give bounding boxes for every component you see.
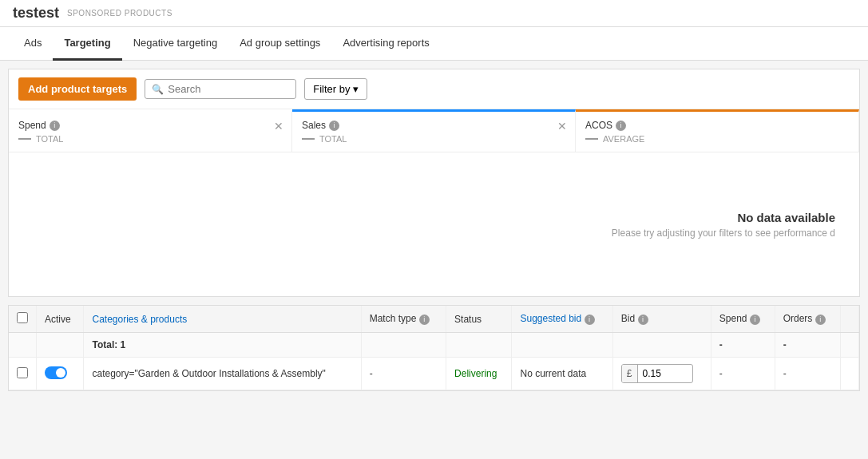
suggested-bid-info-icon[interactable]: i	[585, 315, 595, 325]
add-product-targets-button[interactable]: Add product targets	[18, 77, 137, 101]
no-data-section: No data available Please try adjusting y…	[612, 211, 843, 239]
top-bar: testest SPONSORED PRODUCTS	[0, 0, 868, 27]
total-bid-cell	[612, 333, 711, 358]
filter-by-label: Filter by	[313, 83, 350, 95]
metrics-row: Spend i ✕ TOTAL Sales i ✕ TOTAL ACOS	[9, 109, 859, 152]
th-active: Active	[37, 306, 84, 333]
row-status-cell: Delivering	[446, 358, 512, 390]
bid-input[interactable]	[638, 365, 682, 382]
nav-item-ad-group-settings[interactable]: Ad group settings	[228, 27, 331, 61]
metric-acos-total: AVERAGE	[585, 134, 849, 144]
match-type-info-icon[interactable]: i	[419, 315, 430, 325]
row-select-checkbox[interactable]	[17, 367, 28, 378]
th-match-type: Match type i	[361, 306, 446, 333]
no-data-title: No data available	[612, 211, 835, 224]
spend-dash	[18, 138, 31, 140]
total-active-cell	[37, 333, 84, 358]
app-title: testest	[13, 5, 59, 22]
row-actions-cell	[840, 358, 858, 390]
main-content-area: Add product targets 🔍 Filter by ▾ Spend …	[8, 69, 860, 297]
th-actions	[840, 306, 858, 333]
total-match-type-cell	[361, 333, 446, 358]
total-label-cell: Total: 1	[84, 333, 361, 358]
table-row: category="Garden & Outdoor Installations…	[9, 358, 859, 390]
th-orders: Orders i	[775, 306, 840, 333]
row-active-cell	[37, 358, 84, 390]
table-spend-info-icon[interactable]: i	[750, 315, 760, 325]
total-orders-cell: -	[775, 333, 840, 358]
total-suggested-bid-cell	[512, 333, 612, 358]
th-spend: Spend i	[711, 306, 775, 333]
table-section: Active Categories & products Match type …	[8, 305, 860, 391]
table-header-row: Active Categories & products Match type …	[9, 306, 859, 333]
search-box: 🔍	[145, 79, 296, 99]
sponsored-badge: SPONSORED PRODUCTS	[67, 9, 172, 18]
acos-info-icon[interactable]: i	[616, 121, 626, 131]
sales-dash	[302, 138, 315, 140]
row-suggested-bid-cell: No current data	[512, 358, 612, 390]
spend-info-icon[interactable]: i	[50, 121, 60, 131]
row-spend-cell: -	[711, 358, 775, 390]
filter-chevron-icon: ▾	[353, 83, 359, 95]
total-spend-cell: -	[711, 333, 775, 358]
total-checkbox-cell	[9, 333, 37, 358]
spend-close-icon[interactable]: ✕	[274, 120, 283, 133]
total-row: Total: 1 - -	[9, 333, 859, 358]
nav-item-negative-targeting[interactable]: Negative targeting	[122, 27, 229, 61]
row-category-cell: category="Garden & Outdoor Installations…	[84, 358, 361, 390]
metric-panel-sales: Sales i ✕ TOTAL	[292, 109, 576, 152]
orders-info-icon[interactable]: i	[815, 315, 826, 325]
th-status: Status	[446, 306, 512, 333]
toolbar: Add product targets 🔍 Filter by ▾	[9, 69, 859, 109]
targeting-table: Active Categories & products Match type …	[9, 306, 859, 390]
nav-item-ads[interactable]: Ads	[13, 27, 53, 61]
row-match-type-cell: -	[361, 358, 446, 390]
filter-by-button[interactable]: Filter by ▾	[304, 78, 367, 100]
acos-dash	[585, 138, 598, 140]
sales-info-icon[interactable]: i	[329, 121, 339, 131]
chart-area: No data available Please try adjusting y…	[9, 152, 859, 296]
active-toggle[interactable]	[45, 366, 67, 379]
metric-sales-label: Sales i	[302, 120, 565, 131]
nav-item-advertising-reports[interactable]: Advertising reports	[331, 27, 440, 61]
th-suggested-bid[interactable]: Suggested bid i	[512, 306, 612, 333]
metric-sales-total: TOTAL	[302, 134, 565, 144]
select-all-checkbox[interactable]	[17, 312, 28, 323]
metric-spend-total: TOTAL	[18, 134, 282, 144]
th-bid: Bid i	[612, 306, 711, 333]
bid-currency: £	[622, 365, 638, 382]
metric-acos-label: ACOS i	[585, 120, 849, 131]
nav-bar: Ads Targeting Negative targeting Ad grou…	[0, 27, 868, 61]
row-checkbox-cell	[9, 358, 37, 390]
th-categories[interactable]: Categories & products	[84, 306, 361, 333]
metric-panel-acos: ACOS i AVERAGE	[576, 109, 859, 152]
bid-input-wrap: £	[621, 364, 693, 383]
bid-info-icon[interactable]: i	[638, 315, 648, 325]
search-icon: 🔍	[152, 84, 164, 95]
metric-spend-label: Spend i	[18, 120, 282, 131]
search-input[interactable]	[168, 83, 289, 95]
total-status-cell	[446, 333, 512, 358]
nav-item-targeting[interactable]: Targeting	[53, 27, 121, 61]
no-data-subtitle: Please try adjusting your filters to see…	[612, 228, 835, 239]
sales-close-icon[interactable]: ✕	[557, 120, 567, 133]
row-orders-cell: -	[775, 358, 840, 390]
total-actions-cell	[840, 333, 858, 358]
row-bid-cell: £	[612, 358, 711, 390]
th-checkbox	[9, 306, 37, 333]
metric-panel-spend: Spend i ✕ TOTAL	[9, 109, 292, 152]
